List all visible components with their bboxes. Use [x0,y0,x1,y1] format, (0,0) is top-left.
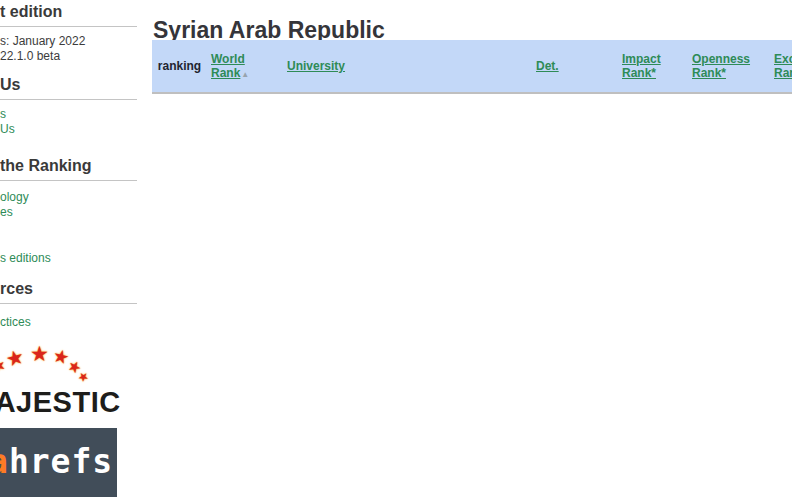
sidebar-divider [0,99,137,100]
sidebar-divider [0,26,137,27]
det-sort-link[interactable]: Det. [536,59,559,73]
sidebar-divider [0,303,137,304]
header-impact-rank: Impact Rank* [618,40,688,93]
sidebar-heading-ranking: the Ranking [0,157,92,175]
header-det: Det. [532,40,618,93]
star-icon: ★ [4,346,27,370]
header-excellence-rank: Excellence Rank* [770,40,792,93]
sidebar-link-2[interactable]: Us [0,122,15,136]
sidebar-version: 22.1.0 beta [0,49,60,63]
header-university: University [272,40,532,93]
impact-rank-sort-link[interactable]: Impact Rank* [622,52,661,80]
ahrefs-logo-text: ahrefs [0,442,113,481]
ranking-table-container: ranking World Rank▲ University Det. Impa… [152,40,792,500]
majestic-logo-text: MAJESTIC [0,386,121,419]
excellence-rank-sort-link[interactable]: Excellence Rank* [774,52,792,80]
majestic-logo[interactable]: ★ ★ ★ ★ ★ ★ MAJESTIC [0,340,140,428]
sidebar-results-date: s: January 2022 [0,34,85,48]
header-ranking: ranking [152,40,207,93]
sidebar-link-methodology[interactable]: ology [0,190,29,204]
sidebar-heading-edition: t edition [0,3,62,21]
sidebar-link-practices[interactable]: ctices [0,315,31,329]
ahrefs-logo-rest: hrefs [9,442,113,481]
university-sort-link[interactable]: University [287,59,345,73]
header-openness-rank: Openness Rank* [688,40,770,93]
ahrefs-logo-accent: a [0,442,9,481]
star-icon: ★ [30,343,49,364]
ahrefs-logo[interactable]: ahrefs [0,428,117,497]
sidebar-link-1[interactable]: s [0,107,6,121]
world-rank-sort-link[interactable]: World Rank [211,52,245,80]
sidebar-heading-about-us: Us [0,76,20,94]
sidebar-divider [0,180,137,181]
sort-ascending-icon: ▲ [241,70,249,79]
ranking-table: ranking World Rank▲ University Det. Impa… [152,40,792,94]
table-header-row: ranking World Rank▲ University Det. Impa… [152,40,792,93]
sidebar-link-editions[interactable]: s editions [0,251,51,265]
sidebar: t edition s: January 2022 22.1.0 beta Us… [0,0,140,500]
header-world-rank: World Rank▲ [207,40,272,93]
sidebar-heading-resources: rces [0,280,33,298]
sidebar-link-notes[interactable]: es [0,205,13,219]
openness-rank-sort-link[interactable]: Openness Rank* [692,52,750,80]
